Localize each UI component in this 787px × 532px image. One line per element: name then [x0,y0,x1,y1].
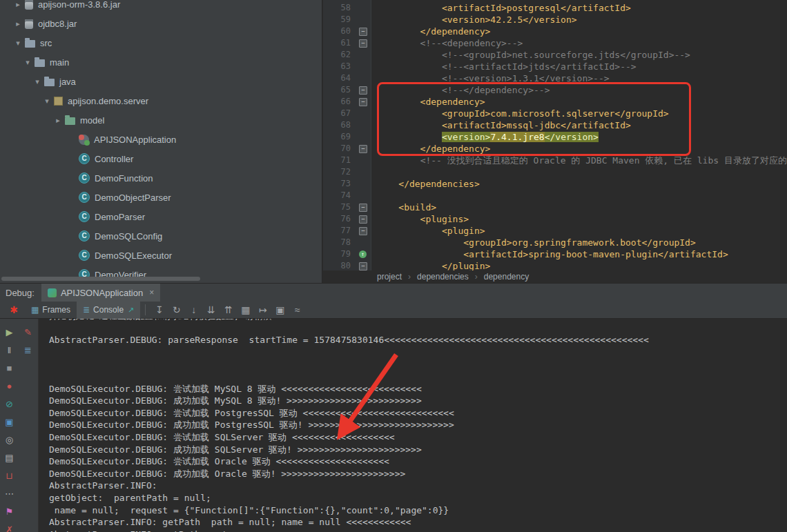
screenshot-icon[interactable]: ▣ [271,304,289,315]
tree-item[interactable]: ▾java [0,72,322,91]
mute-breakpoints-icon[interactable]: ⊘ [0,399,19,409]
gutter-override-icon[interactable]: ↑ [359,250,367,258]
tree-item[interactable]: CController [0,149,322,168]
debug-body: ▶✎‖≣■●⊘▣◎▤⊔⋯⚑✗ 开始初始化:远程函数配置和请求结构校验配置, 请稍… [0,319,787,532]
code-line[interactable]: 59 <version>42.2.5</version> [323,14,787,26]
code-line[interactable]: 71 <!-- 没找到合适且稳定的 Oracle 的 JDBC Maven 依赖… [323,155,787,166]
tree-item[interactable]: ▸ojdbc8.jar [0,14,322,33]
chevron-right-icon[interactable]: ▸ [11,19,25,28]
tree-item[interactable]: ▾src [0,33,322,52]
tab-frames[interactable]: ▦Frames [25,302,77,319]
code-line[interactable]: 77 <plugin> [323,225,787,237]
tree-item[interactable]: CDemoObjectParser [0,188,322,207]
breadcrumb-item-dependency[interactable]: dependency [484,272,529,282]
resume-icon[interactable]: ▶ [0,327,19,337]
tree-item[interactable]: CDemoParser [0,207,322,226]
code-text: <!--<version>1.3.1</version>--> [371,72,610,84]
print-icon[interactable]: ▤ [0,453,19,463]
pause-icon[interactable]: ‖ [0,345,19,355]
code-line[interactable]: 61 <!--<dependency>--> [323,37,787,49]
package-icon [54,97,63,106]
fold-marker-icon[interactable] [353,84,371,96]
step-up-icon[interactable]: ⇈ [220,304,237,315]
code-text: <dependency> [371,96,485,108]
code-line[interactable]: 62 <!--<groupId>net.sourceforge.jtds</gr… [323,49,787,61]
camera-icon[interactable]: ◎ [0,435,19,445]
tree-item[interactable]: ▸apijson-orm-3.8.6.jar [0,0,322,14]
code-line[interactable]: 65 <!--</dependency>--> [323,84,787,96]
tree-item-label: java [59,77,76,87]
fold-marker-icon[interactable] [353,143,371,155]
horizontal-scrollbar[interactable] [1,277,200,281]
close-icon[interactable]: ✗ [0,524,19,532]
fold-marker-icon[interactable] [353,225,371,237]
code-line[interactable]: 76 <plugins> [323,213,787,225]
console-line: getObject: parentPath = null; [49,492,787,504]
fold-marker-icon[interactable] [353,213,371,225]
rerun-icon[interactable]: ↻ [168,304,185,315]
highlight-icon[interactable]: ✎ [19,327,37,337]
debug-session-tab[interactable]: APIJSONApplication × [41,284,160,302]
more-icon[interactable]: ⋯ [0,489,19,499]
pin-icon[interactable]: ⚑ [0,506,19,517]
soft-wrap-icon[interactable]: ≈ [289,304,306,315]
restore-layout-icon[interactable]: ≣ [19,345,37,355]
view-breakpoints-icon[interactable]: ● [0,381,19,391]
export-icon[interactable]: ↧ [150,304,168,315]
tree-item[interactable]: CDemoSQLConfig [0,226,322,246]
editor-pane[interactable]: 58 <artifactId>postgresql</artifactId>59… [323,0,787,283]
thread-dump-icon[interactable]: ▣ [0,417,19,427]
tree-item[interactable]: APIJSONApplication [0,130,322,149]
fold-marker-icon[interactable] [353,96,371,108]
code-line[interactable]: 78 <groupId>org.springframework.boot</gr… [323,237,787,248]
tree-item-label: main [50,57,69,68]
code-line[interactable]: 69 <version>7.4.1.jre8</version> [323,131,787,143]
code-text: <artifactId>postgresql</artifactId> [371,2,631,14]
scroll-to-end-icon[interactable]: ↓ [185,304,202,315]
fold-marker-icon[interactable] [353,26,371,37]
tab-console[interactable]: ≣Console↗ [77,302,140,319]
tree-item[interactable]: ▾main [0,52,322,72]
clear-all-icon[interactable]: ⊔ [0,471,19,481]
code-line[interactable]: 66 <dependency> [323,96,787,108]
console-output[interactable]: 开始初始化:远程函数配置和请求结构校验配置, 请稍候......Abstract… [39,319,787,532]
view-options-icon[interactable]: ▦ [237,304,254,315]
chevron-right-icon[interactable]: ▸ [11,0,25,9]
chevron-down-icon[interactable]: ▾ [40,97,54,106]
line-number: 77 [323,225,353,237]
stop-icon[interactable]: ■ [0,363,19,373]
code-line[interactable]: 74 [323,190,787,201]
project-tree-list: ▸apijson-orm-3.8.6.jar▸ojdbc8.jar▾src▾ma… [0,0,322,283]
fold-marker-icon[interactable] [353,201,371,213]
code-line[interactable]: 73 </dependencies> [323,178,787,190]
tree-item[interactable]: CDemoSQLExecutor [0,246,322,265]
code-line[interactable]: 70 </dependency> [323,143,787,155]
code-line[interactable]: 75 <build> [323,201,787,213]
code-line[interactable]: 79↑ <artifactId>spring-boot-maven-plugin… [323,248,787,260]
tree-item[interactable]: CDemoFunction [0,168,322,188]
skip-icon[interactable]: ↦ [254,304,271,315]
tree-item[interactable]: ▸model [0,110,322,130]
chevron-down-icon[interactable]: ▾ [11,39,25,48]
code-line[interactable]: 72 [323,166,787,178]
code-line[interactable]: 58 <artifactId>postgresql</artifactId> [323,2,787,14]
code-line[interactable]: 68 <artifactId>mssql-jdbc</artifactId> [323,119,787,131]
code-line[interactable]: 60 </dependency> [323,26,787,37]
code-text: <version>7.4.1.jre8</version> [371,131,599,143]
breadcrumb-item-dependencies[interactable]: dependencies [417,272,469,282]
code-line[interactable]: 67 <groupId>com.microsoft.sqlserver</gro… [323,108,787,119]
ide-window: ▸apijson-orm-3.8.6.jar▸ojdbc8.jar▾src▾ma… [0,0,787,532]
code-line[interactable]: 63 <!--<artifactId>jtds</artifactId>--> [323,61,787,72]
code-line[interactable]: 64 <!--<version>1.3.1</version>--> [323,72,787,84]
breadcrumb-item-project[interactable]: project [377,272,402,282]
chevron-right-icon[interactable]: ▸ [51,116,65,125]
code-text: <build> [371,201,436,213]
fold-marker-icon[interactable] [353,37,371,49]
close-tab-icon[interactable]: × [149,288,154,297]
chevron-down-icon[interactable]: ▾ [30,77,44,86]
chevron-down-icon[interactable]: ▾ [21,58,35,67]
tree-item-label: Controller [95,154,133,164]
project-tree[interactable]: ▸apijson-orm-3.8.6.jar▸ojdbc8.jar▾src▾ma… [0,0,322,283]
tree-item[interactable]: ▾apijson.demo.server [0,91,322,110]
step-down-icon[interactable]: ⇊ [202,304,220,315]
